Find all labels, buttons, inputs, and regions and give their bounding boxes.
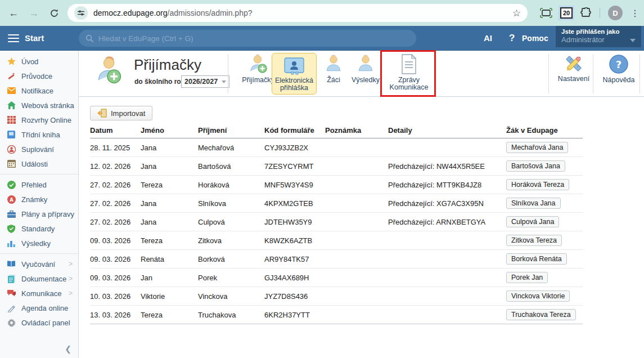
sidebar-separator — [0, 253, 78, 254]
bookmark-star-icon[interactable]: ☆ — [512, 7, 521, 19]
table-row[interactable]: 13. 03. 2026 Tereza Truchakova 6KR2H37YT… — [90, 306, 583, 324]
ai-button[interactable]: AI — [484, 33, 492, 43]
back-icon[interactable]: ← — [6, 5, 21, 21]
calendar-icon — [7, 159, 16, 168]
table-row[interactable]: 09. 03. 2026 Renáta Borková AR9Y84TK57 B… — [90, 250, 583, 268]
logged-in-user-dropdown[interactable]: Jste přihlášen jako Administrátor — [556, 26, 641, 47]
import-button[interactable]: Importovat — [90, 106, 152, 120]
header-divider — [228, 54, 228, 93]
messages-document-icon — [400, 54, 417, 74]
site-settings-icon[interactable] — [74, 6, 88, 20]
sidebar-item-suplovani[interactable]: Suplování — [0, 142, 78, 156]
url-domain: democz.edupage.org — [93, 8, 168, 17]
extensions-puzzle-icon[interactable] — [580, 7, 592, 19]
logged-in-role: Administrátor — [561, 35, 636, 44]
student-link-badge[interactable]: Culpová Jana — [506, 216, 559, 227]
student-link-badge[interactable]: Vinckova Viktorie — [506, 290, 570, 302]
table-row[interactable]: 28. 11. 2025 Jana Mechařová CYJ93JZB2X M… — [90, 138, 583, 157]
student-link-badge[interactable]: Borková Renáta — [506, 253, 567, 265]
table-row[interactable]: 12. 02. 2026 Jana Bartošová 7ZESYCYRMT P… — [90, 157, 583, 176]
star-icon — [7, 57, 16, 66]
applications-table: Datum Jméno Příjmení Kód formuláře Pozná… — [90, 123, 583, 324]
forward-icon[interactable]: → — [26, 5, 42, 21]
sidebar-item-vysledky[interactable]: Výsledky — [0, 236, 78, 250]
table-row[interactable]: 27. 02. 2026 Tereza Horáková MNF5W3Y4S9 … — [90, 176, 583, 194]
sidebar-separator — [0, 174, 78, 174]
sidebar-item-notifikace[interactable]: Notifikace — [0, 83, 78, 98]
student-link-badge[interactable]: Horáková Tereza — [506, 179, 569, 190]
help-question-icon[interactable]: ? — [509, 33, 515, 44]
plans-icon — [7, 209, 16, 218]
tab-zaci[interactable]: Žáci — [321, 54, 346, 84]
reload-icon[interactable] — [46, 5, 62, 21]
column-header-detaily: Detaily — [388, 126, 506, 135]
tab-nastaveni[interactable]: Nastavení — [555, 54, 593, 83]
column-header-kod-formulare: Kód formuláře — [264, 126, 325, 135]
sidebar-item-znamky[interactable]: A Známky — [0, 192, 78, 207]
svg-text:?: ? — [616, 59, 622, 70]
header-divider — [593, 54, 593, 93]
table-row[interactable]: 27. 02. 2026 Jana Culpová JDTEHW35Y9 Pře… — [90, 213, 583, 231]
student-link-badge[interactable]: Truchakova Tereza — [506, 309, 576, 320]
column-header-zak-v-edupage: Žák v Edupage — [506, 126, 583, 135]
student-link-badge[interactable]: Porek Jan — [506, 272, 548, 283]
main-menu-icon[interactable] — [8, 34, 19, 44]
sidebar-collapse-icon[interactable]: ❮ — [65, 344, 71, 353]
column-header-datum: Datum — [90, 126, 141, 135]
sidebar-item-rozvrhy-online[interactable]: Rozvrhy Online — [0, 113, 78, 127]
sidebar-item-prehled[interactable]: Přehled — [0, 177, 78, 192]
table-row[interactable]: 09. 03. 2026 Jan Porek GJ34AX689H Porek … — [90, 268, 583, 287]
logged-in-label: Jste přihlášen jako — [561, 28, 636, 35]
tab-elektronicka-prihlaska[interactable]: Elektronická přihláška — [272, 53, 317, 95]
help-circle-icon: ? — [609, 54, 629, 74]
student-link-badge[interactable]: Zitkova Tereza — [506, 235, 562, 246]
global-search-input[interactable]: Hledat v EduPage (Ctrl + G) — [79, 30, 416, 47]
profile-avatar[interactable]: D — [608, 6, 623, 20]
school-year-select[interactable]: 2026/2027 — [181, 75, 229, 88]
screen-capture-icon[interactable] — [540, 8, 552, 18]
sidebar-item-uvod[interactable]: Úvod — [0, 54, 78, 69]
classbook-icon — [7, 130, 16, 139]
module-header: Přijímačky do školního roku: 2026/2027 P… — [79, 51, 644, 97]
sidebar: Úvod Průvodce Notifikace Webová stránka … — [0, 51, 79, 358]
sidebar-item-pruvodce[interactable]: Průvodce — [0, 69, 78, 83]
tab-vysledky[interactable]: Výsledky — [349, 54, 382, 84]
applicant-add-icon — [247, 54, 269, 74]
communication-icon — [7, 289, 16, 298]
address-bar[interactable]: democz.edupage.org/admissions/admin.php?… — [67, 4, 528, 22]
sidebar-item-ovladaci-panel[interactable]: Ovládací panel — [0, 315, 78, 330]
sidebar-item-tridni-kniha[interactable]: Třídní kniha — [0, 127, 78, 142]
table-row[interactable]: 27. 02. 2026 Jana Slníkova 4KPXM2GTEB Př… — [90, 194, 583, 213]
sidebar-item-udalosti[interactable]: Události — [0, 156, 78, 171]
sidebar-item-webova-stranka[interactable]: Webová stránka — [0, 98, 78, 113]
student-link-badge[interactable]: Mechařová Jana — [506, 142, 568, 153]
sidebar-item-standardy[interactable]: Standardy — [0, 221, 78, 236]
import-icon — [97, 109, 107, 118]
sidebar-item-dokumentace[interactable]: Dokumentace > — [0, 271, 78, 286]
tab-napoveda[interactable]: ? Nápověda — [599, 54, 638, 84]
chevron-right-icon: > — [69, 289, 73, 297]
chevron-down-icon — [222, 80, 226, 83]
column-header-jmeno: Jméno — [141, 126, 198, 135]
header-divider — [548, 54, 549, 93]
table-row[interactable]: 09. 03. 2026 Tereza Zitkova K8WZK6AZTB Z… — [90, 231, 583, 250]
chevron-right-icon: > — [69, 260, 73, 268]
results-icon — [7, 239, 16, 248]
sidebar-item-plany-a-pripravy[interactable]: Plány a přípravy — [0, 207, 78, 221]
agenda-pen-icon — [7, 303, 16, 312]
column-header-prijmeni: Příjmení — [198, 126, 264, 135]
tab-zpravy-komunikace[interactable]: Zprávy Komunikace — [389, 54, 429, 91]
search-placeholder: Hledat v EduPage (Ctrl + G) — [98, 34, 193, 43]
browser-menu-icon[interactable]: ⋮ — [631, 12, 640, 15]
sidebar-item-komunikace[interactable]: Komunikace > — [0, 286, 78, 301]
student-link-badge[interactable]: Bartošová Jana — [506, 160, 565, 172]
student-link-badge[interactable]: Slníkova Jana — [506, 198, 561, 209]
sidebar-item-vyucovani[interactable]: Vyučování > — [0, 257, 78, 271]
sidebar-item-agenda-online[interactable]: Agenda online — [0, 301, 78, 315]
start-menu-label[interactable]: Start — [25, 33, 44, 43]
chevron-right-icon: > — [69, 275, 73, 283]
admissions-module-icon — [93, 55, 122, 84]
extension-badge-icon[interactable]: 20 — [560, 7, 573, 19]
table-row[interactable]: 10. 03. 2026 Viktorie Vinckova JYZ7D8S43… — [90, 287, 583, 306]
pomoc-button[interactable]: Pomoc — [522, 34, 548, 43]
